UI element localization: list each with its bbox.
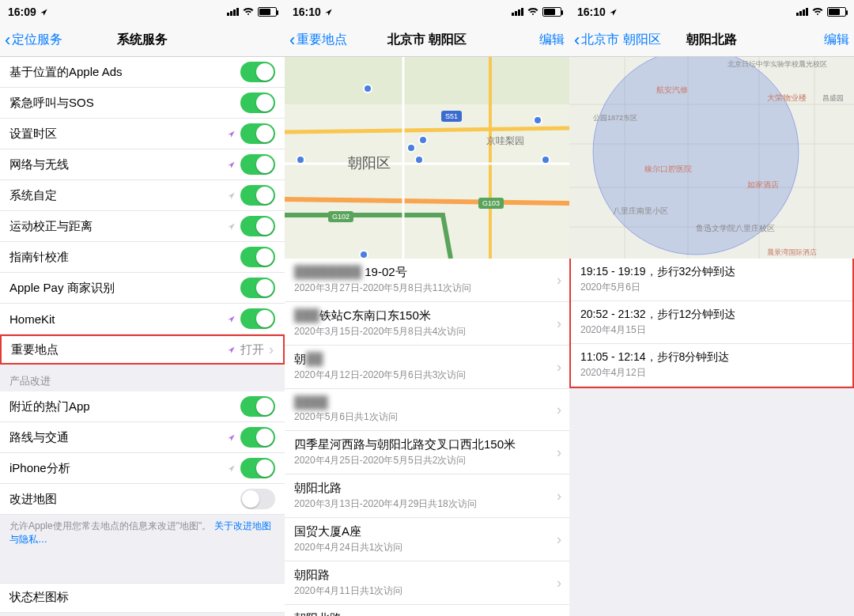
nav-bar: ‹ 重要地点 北京市 朝阳区 编辑 bbox=[285, 24, 569, 57]
toggle-switch[interactable] bbox=[240, 93, 275, 113]
row-label: HomeKit bbox=[9, 312, 55, 326]
status-time: 16:10 bbox=[293, 6, 321, 18]
settings-row: 路线与交通 bbox=[0, 422, 285, 453]
chevron-right-icon: › bbox=[269, 342, 274, 358]
svg-text:北京日坛中学实验学校晨光校区: 北京日坛中学实验学校晨光校区 bbox=[727, 60, 827, 68]
row-label: 路线与交通 bbox=[9, 430, 69, 445]
svg-text:航安汽修: 航安汽修 bbox=[656, 85, 688, 94]
toggle-switch[interactable] bbox=[240, 154, 275, 175]
location-arrow-icon bbox=[227, 464, 236, 473]
location-row[interactable]: 四季星河西路与朝阳北路交叉口西北150米2020年4月25日-2020年5月5日… bbox=[285, 431, 569, 474]
toggle-switch[interactable] bbox=[240, 216, 275, 236]
settings-row: 运动校正与距离 bbox=[0, 211, 285, 242]
battery-icon bbox=[542, 7, 561, 17]
status-bar: 16:10 bbox=[285, 0, 569, 24]
location-row[interactable]: 国贸大厦A座2020年4月24日共1次访问› bbox=[285, 518, 569, 561]
chevron-right-icon: › bbox=[557, 531, 561, 548]
status-time: 16:09 bbox=[8, 6, 36, 18]
location-title: 朝阳北路 bbox=[294, 481, 342, 496]
back-button[interactable]: ‹ 定位服务 bbox=[5, 32, 62, 49]
page-title: 北京市 朝阳区 bbox=[387, 32, 467, 48]
chevron-right-icon: › bbox=[557, 444, 561, 461]
svg-point-11 bbox=[365, 85, 371, 92]
row-label: 运动校正与距离 bbox=[9, 219, 93, 234]
chevron-right-icon: › bbox=[557, 272, 561, 289]
visit-row[interactable]: 11:05 - 12:14，步行8分钟到达2020年4月12日 bbox=[571, 344, 852, 387]
back-label: 定位服务 bbox=[12, 32, 62, 48]
status-bar: 16:09 bbox=[0, 0, 285, 24]
back-label: 北京市 朝阳区 bbox=[581, 32, 660, 48]
chevron-right-icon: › bbox=[557, 402, 561, 418]
location-row[interactable]: 朝██2020年4月12日-2020年5月6日共3次访问› bbox=[285, 346, 569, 389]
location-subtitle: 2020年4月12日-2020年5月6日共3次访问 bbox=[294, 368, 466, 382]
toggle-switch[interactable] bbox=[240, 427, 275, 448]
edit-button[interactable]: 编辑 bbox=[539, 32, 565, 48]
chevron-left-icon: ‹ bbox=[5, 32, 10, 49]
toggle-switch[interactable] bbox=[240, 62, 275, 82]
settings-row: 基于位置的Apple Ads bbox=[0, 57, 285, 88]
toggle-switch[interactable] bbox=[240, 278, 275, 298]
svg-text:如家酒店: 如家酒店 bbox=[747, 180, 779, 189]
battery-icon bbox=[827, 7, 846, 17]
row-status: 打开 bbox=[240, 342, 264, 357]
location-row[interactable]: 朝阳北路2020年3月13日-2020年4月29日共18次访问› bbox=[285, 474, 569, 518]
map-view[interactable]: 航安汽修 大荣物业楼 橡尔口腔医院 如家酒店 八里庄南里小区 鲁迅文学院八里庄校… bbox=[569, 57, 854, 259]
chevron-right-icon: › bbox=[557, 359, 561, 376]
wifi-icon bbox=[527, 6, 539, 17]
svg-text:京哇梨园: 京哇梨园 bbox=[486, 135, 524, 146]
location-subtitle: 2020年5月6日共1次访问 bbox=[294, 410, 398, 424]
toggle-switch[interactable] bbox=[240, 247, 275, 267]
settings-row: 改进地图 bbox=[0, 484, 285, 515]
svg-text:晨景湾国际酒店: 晨景湾国际酒店 bbox=[767, 248, 817, 256]
visits-list: 19:15 - 19:19，步行32分钟到达2020年5月6日20:52 - 2… bbox=[569, 259, 854, 388]
svg-rect-1 bbox=[285, 57, 569, 104]
toggle-switch[interactable] bbox=[240, 458, 275, 478]
cellular-icon bbox=[227, 8, 239, 16]
edit-button[interactable]: 编辑 bbox=[824, 32, 849, 48]
location-row[interactable]: ████2020年5月6日共1次访问› bbox=[285, 389, 569, 431]
location-subtitle: 2020年3月15日-2020年5月8日共4次访问 bbox=[294, 325, 466, 338]
location-row[interactable]: 朝阳路2020年4月11日共1次访问› bbox=[285, 561, 569, 605]
row-label: 附近的热门App bbox=[9, 399, 90, 414]
location-arrow-icon bbox=[40, 8, 48, 17]
visit-row[interactable]: 19:15 - 19:19，步行32分钟到达2020年5月6日 bbox=[571, 259, 852, 301]
location-subtitle: 2020年4月11日共1次访问 bbox=[294, 584, 402, 598]
row-label: iPhone分析 bbox=[9, 461, 70, 476]
chevron-right-icon: › bbox=[557, 488, 561, 505]
back-button[interactable]: ‹ 北京市 朝阳区 bbox=[574, 32, 661, 49]
toggle-switch[interactable] bbox=[240, 489, 275, 509]
location-arrow-icon bbox=[227, 315, 236, 323]
chevron-right-icon: › bbox=[557, 316, 561, 332]
significant-locations-row[interactable]: 重要地点 打开 › bbox=[0, 334, 285, 365]
visit-date: 2020年4月15日 bbox=[580, 323, 646, 337]
status-bar-icon-row[interactable]: 状态栏图标 bbox=[0, 583, 285, 613]
row-label: 系统自定 bbox=[9, 188, 57, 203]
toggle-switch[interactable] bbox=[240, 396, 275, 417]
location-title: 国贸大厦A座 bbox=[294, 524, 361, 539]
row-label: 紧急呼叫与SOS bbox=[9, 96, 94, 111]
location-row[interactable]: 朝阳北路2020年4月5日共1次访问› bbox=[285, 605, 569, 616]
location-subtitle: 2020年4月25日-2020年5月5日共2次访问 bbox=[294, 454, 466, 467]
page-title: 系统服务 bbox=[117, 32, 168, 48]
map-view[interactable]: G102 G103 S51 朝阳区 京哇梨园 bbox=[285, 57, 569, 259]
status-time: 16:10 bbox=[577, 6, 606, 18]
status-bar: 16:10 bbox=[569, 0, 854, 24]
row-label: Apple Pay 商家识别 bbox=[9, 281, 115, 296]
location-row[interactable]: ████████ 19-02号2020年3月27日-2020年5月8日共11次访… bbox=[285, 259, 569, 302]
visit-title: 20:52 - 21:32，步行12分钟到达 bbox=[580, 308, 735, 322]
battery-icon bbox=[258, 7, 277, 17]
toggle-switch[interactable] bbox=[240, 185, 275, 206]
toggle-switch[interactable] bbox=[240, 308, 275, 329]
page-title: 朝阳北路 bbox=[686, 32, 737, 48]
visit-row[interactable]: 20:52 - 21:32，步行12分钟到达2020年4月15日 bbox=[571, 301, 852, 344]
location-row[interactable]: ███铁站C东南口东150米2020年3月15日-2020年5月8日共4次访问› bbox=[285, 302, 569, 346]
settings-row: iPhone分析 bbox=[0, 453, 285, 484]
cellular-icon bbox=[512, 8, 523, 16]
location-arrow-icon bbox=[227, 161, 236, 169]
back-button[interactable]: ‹ 重要地点 bbox=[289, 32, 347, 49]
svg-text:昌盛园: 昌盛园 bbox=[822, 94, 844, 102]
svg-text:鲁迅文学院八里庄校区: 鲁迅文学院八里庄校区 bbox=[696, 224, 775, 232]
toggle-switch[interactable] bbox=[240, 123, 275, 144]
location-arrow-icon bbox=[227, 433, 236, 442]
location-title: 朝阳北路 bbox=[294, 611, 342, 616]
